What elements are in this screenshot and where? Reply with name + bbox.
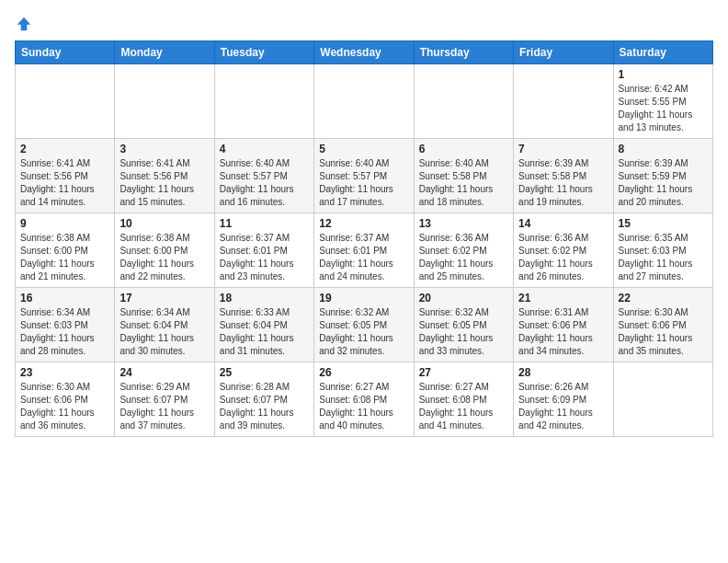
day-number: 20 (419, 292, 508, 304)
day-number: 21 (518, 292, 608, 304)
logo (15, 15, 37, 33)
day-header-friday: Friday (514, 41, 613, 64)
calendar-cell (514, 64, 613, 139)
day-info: Sunrise: 6:34 AM Sunset: 6:04 PM Dayligh… (119, 306, 209, 358)
day-info: Sunrise: 6:32 AM Sunset: 6:05 PM Dayligh… (319, 306, 408, 358)
day-number: 11 (220, 217, 309, 230)
calendar-cell: 15Sunrise: 6:35 AM Sunset: 6:03 PM Dayli… (613, 213, 712, 288)
day-info: Sunrise: 6:27 AM Sunset: 6:08 PM Dayligh… (319, 381, 408, 432)
day-info: Sunrise: 6:30 AM Sunset: 6:06 PM Dayligh… (20, 381, 109, 432)
calendar-cell: 7Sunrise: 6:39 AM Sunset: 5:58 PM Daylig… (514, 139, 613, 213)
day-header-wednesday: Wednesday (314, 41, 414, 64)
day-info: Sunrise: 6:38 AM Sunset: 6:00 PM Dayligh… (20, 232, 109, 283)
day-number: 14 (518, 217, 608, 230)
day-number: 3 (119, 143, 209, 155)
day-number: 26 (319, 366, 408, 379)
day-info: Sunrise: 6:39 AM Sunset: 5:59 PM Dayligh… (619, 157, 708, 209)
calendar-week-5: 23Sunrise: 6:30 AM Sunset: 6:06 PM Dayli… (16, 362, 713, 437)
day-info: Sunrise: 6:39 AM Sunset: 5:58 PM Dayligh… (518, 157, 608, 209)
day-info: Sunrise: 6:29 AM Sunset: 6:07 PM Dayligh… (119, 381, 209, 432)
day-info: Sunrise: 6:42 AM Sunset: 5:55 PM Dayligh… (619, 83, 708, 134)
day-info: Sunrise: 6:41 AM Sunset: 5:56 PM Dayligh… (20, 157, 109, 209)
day-number: 18 (220, 292, 309, 304)
day-info: Sunrise: 6:40 AM Sunset: 5:57 PM Dayligh… (220, 157, 309, 209)
day-number: 12 (319, 217, 408, 230)
day-number: 17 (119, 292, 209, 304)
calendar-cell: 10Sunrise: 6:38 AM Sunset: 6:00 PM Dayli… (115, 213, 214, 288)
calendar-week-3: 9Sunrise: 6:38 AM Sunset: 6:00 PM Daylig… (16, 213, 713, 288)
day-number: 23 (20, 366, 109, 379)
day-info: Sunrise: 6:36 AM Sunset: 6:02 PM Dayligh… (518, 232, 608, 283)
day-header-tuesday: Tuesday (214, 41, 313, 64)
calendar-cell: 19Sunrise: 6:32 AM Sunset: 6:05 PM Dayli… (314, 288, 414, 362)
day-info: Sunrise: 6:35 AM Sunset: 6:03 PM Dayligh… (619, 232, 708, 283)
calendar-cell: 27Sunrise: 6:27 AM Sunset: 6:08 PM Dayli… (414, 362, 513, 437)
day-number: 9 (20, 217, 109, 230)
calendar-week-1: 1Sunrise: 6:42 AM Sunset: 5:55 PM Daylig… (16, 64, 713, 139)
calendar-cell: 9Sunrise: 6:38 AM Sunset: 6:00 PM Daylig… (16, 213, 115, 288)
day-info: Sunrise: 6:40 AM Sunset: 5:57 PM Dayligh… (319, 157, 408, 209)
day-info: Sunrise: 6:41 AM Sunset: 5:56 PM Dayligh… (119, 157, 209, 209)
calendar-week-4: 16Sunrise: 6:34 AM Sunset: 6:03 PM Dayli… (16, 288, 713, 362)
day-info: Sunrise: 6:32 AM Sunset: 6:05 PM Dayligh… (419, 306, 508, 358)
calendar-cell (314, 64, 414, 139)
calendar-cell: 23Sunrise: 6:30 AM Sunset: 6:06 PM Dayli… (16, 362, 115, 437)
day-info: Sunrise: 6:31 AM Sunset: 6:06 PM Dayligh… (518, 306, 608, 358)
day-info: Sunrise: 6:37 AM Sunset: 6:01 PM Dayligh… (319, 232, 408, 283)
day-number: 1 (619, 68, 708, 81)
day-number: 16 (20, 292, 109, 304)
calendar-cell: 5Sunrise: 6:40 AM Sunset: 5:57 PM Daylig… (314, 139, 414, 213)
day-number: 24 (119, 366, 209, 379)
day-header-thursday: Thursday (414, 41, 513, 64)
day-info: Sunrise: 6:30 AM Sunset: 6:06 PM Dayligh… (619, 306, 708, 358)
svg-marker-0 (17, 17, 31, 31)
day-header-monday: Monday (115, 41, 214, 64)
day-number: 15 (619, 217, 708, 230)
calendar-cell: 21Sunrise: 6:31 AM Sunset: 6:06 PM Dayli… (514, 288, 613, 362)
day-number: 2 (20, 143, 109, 155)
calendar-cell: 18Sunrise: 6:33 AM Sunset: 6:04 PM Dayli… (214, 288, 313, 362)
day-number: 7 (518, 143, 608, 155)
day-info: Sunrise: 6:33 AM Sunset: 6:04 PM Dayligh… (220, 306, 309, 358)
day-info: Sunrise: 6:26 AM Sunset: 6:09 PM Dayligh… (518, 381, 608, 432)
calendar-cell (613, 362, 712, 437)
day-number: 25 (220, 366, 309, 379)
day-number: 22 (619, 292, 708, 304)
logo-icon (15, 15, 33, 33)
day-info: Sunrise: 6:37 AM Sunset: 6:01 PM Dayligh… (220, 232, 309, 283)
calendar-cell: 16Sunrise: 6:34 AM Sunset: 6:03 PM Dayli… (16, 288, 115, 362)
calendar-cell: 28Sunrise: 6:26 AM Sunset: 6:09 PM Dayli… (514, 362, 613, 437)
calendar-cell: 25Sunrise: 6:28 AM Sunset: 6:07 PM Dayli… (214, 362, 313, 437)
day-number: 19 (319, 292, 408, 304)
day-info: Sunrise: 6:34 AM Sunset: 6:03 PM Dayligh… (20, 306, 109, 358)
calendar-cell (414, 64, 513, 139)
day-number: 28 (518, 366, 608, 379)
calendar-cell: 26Sunrise: 6:27 AM Sunset: 6:08 PM Dayli… (314, 362, 414, 437)
calendar-cell: 4Sunrise: 6:40 AM Sunset: 5:57 PM Daylig… (214, 139, 313, 213)
calendar-cell: 1Sunrise: 6:42 AM Sunset: 5:55 PM Daylig… (613, 64, 712, 139)
day-info: Sunrise: 6:27 AM Sunset: 6:08 PM Dayligh… (419, 381, 508, 432)
day-info: Sunrise: 6:38 AM Sunset: 6:00 PM Dayligh… (119, 232, 209, 283)
calendar-cell (16, 64, 115, 139)
calendar-cell: 6Sunrise: 6:40 AM Sunset: 5:58 PM Daylig… (414, 139, 513, 213)
calendar-cell: 17Sunrise: 6:34 AM Sunset: 6:04 PM Dayli… (115, 288, 214, 362)
calendar-table: SundayMondayTuesdayWednesdayThursdayFrid… (15, 40, 713, 437)
day-header-saturday: Saturday (613, 41, 712, 64)
day-number: 5 (319, 143, 408, 155)
day-number: 10 (119, 217, 209, 230)
calendar-cell: 8Sunrise: 6:39 AM Sunset: 5:59 PM Daylig… (613, 139, 712, 213)
page-header (15, 15, 713, 33)
calendar-cell: 12Sunrise: 6:37 AM Sunset: 6:01 PM Dayli… (314, 213, 414, 288)
day-header-sunday: Sunday (16, 41, 115, 64)
calendar-cell: 13Sunrise: 6:36 AM Sunset: 6:02 PM Dayli… (414, 213, 513, 288)
calendar-cell: 2Sunrise: 6:41 AM Sunset: 5:56 PM Daylig… (16, 139, 115, 213)
day-number: 27 (419, 366, 508, 379)
calendar-cell (115, 64, 214, 139)
day-number: 4 (220, 143, 309, 155)
calendar-cell: 22Sunrise: 6:30 AM Sunset: 6:06 PM Dayli… (613, 288, 712, 362)
day-info: Sunrise: 6:28 AM Sunset: 6:07 PM Dayligh… (220, 381, 309, 432)
calendar-cell: 11Sunrise: 6:37 AM Sunset: 6:01 PM Dayli… (214, 213, 313, 288)
day-info: Sunrise: 6:36 AM Sunset: 6:02 PM Dayligh… (419, 232, 508, 283)
day-info: Sunrise: 6:40 AM Sunset: 5:58 PM Dayligh… (419, 157, 508, 209)
calendar-cell: 3Sunrise: 6:41 AM Sunset: 5:56 PM Daylig… (115, 139, 214, 213)
